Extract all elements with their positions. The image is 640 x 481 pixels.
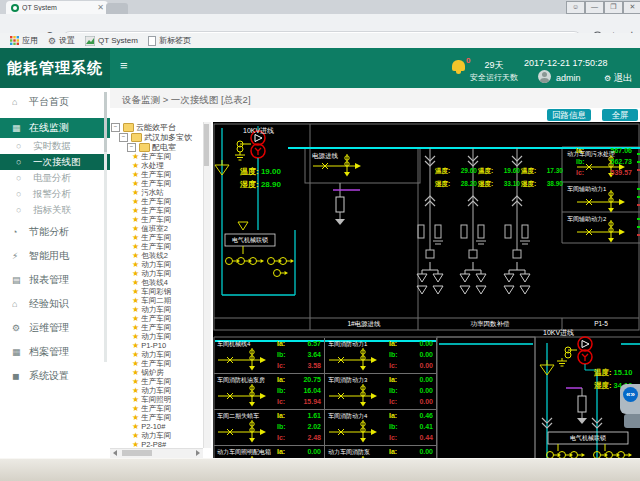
star-icon: ★ <box>132 359 139 368</box>
scroll-right-arrow[interactable] <box>196 450 200 456</box>
bookmark-apps[interactable]: 应用 <box>10 35 38 46</box>
sidebar-item[interactable]: ○ 一次接线图 <box>0 154 110 170</box>
logout-button[interactable]: ⚙ 退出 <box>604 72 632 85</box>
bookmark-qt-system[interactable]: QT System <box>85 36 138 46</box>
app-title: 能耗管理系统 <box>0 48 110 88</box>
star-icon: ★ <box>132 215 139 224</box>
sidebar-item[interactable]: ◼ 系统设置 <box>0 366 110 386</box>
star-icon: ★ <box>132 404 139 413</box>
star-icon: ★ <box>132 224 139 233</box>
tree-vertical-scrollbar-thumb[interactable] <box>204 124 209 166</box>
tree-expander-icon[interactable]: − <box>119 133 128 142</box>
star-icon: ★ <box>132 377 139 386</box>
toolbar-row: 回路信息 全屏 <box>110 108 640 122</box>
bookmarks-bar: 应用 ⚙ 设置 QT System 新标签页 <box>0 33 640 49</box>
sidebar-item-icon: ○ <box>16 189 33 199</box>
sidebar-item[interactable]: ○ 指标关联 <box>0 202 110 218</box>
sidebar-item[interactable]: ⌂ 经验知识 <box>0 294 110 314</box>
bookmark-label: 设置 <box>59 35 75 46</box>
sidebar-item-label: 在线监测 <box>29 121 69 135</box>
sidebar-item[interactable]: ⚙ 运维管理 <box>0 318 110 338</box>
sidebar-item-label: 系统设置 <box>29 369 69 383</box>
scada-diagram <box>213 122 640 462</box>
sidebar-item[interactable]: ▦ 在线监测 <box>0 118 110 138</box>
star-icon: ★ <box>132 368 139 377</box>
logout-label: 退出 <box>613 72 632 83</box>
sidebar-item[interactable]: ○ 电量分析 <box>0 170 110 186</box>
sidebar-item[interactable]: ▤ 报表管理 <box>0 270 110 290</box>
tree-leaf-label: 生产车间 <box>141 413 171 423</box>
sidebar-item[interactable]: ◔ 节能分析 <box>0 222 110 242</box>
tree-folder-row[interactable]: − 配电室 <box>110 142 213 152</box>
window-restore-button[interactable]: ❐ <box>604 1 623 14</box>
star-icon: ★ <box>132 242 139 251</box>
remote-widget-tab[interactable] <box>624 414 640 428</box>
star-icon: ★ <box>132 287 139 296</box>
sidebar-item[interactable]: ○ 实时数据 <box>0 138 110 154</box>
sidebar-item[interactable]: ▦ 档案管理 <box>0 342 110 362</box>
sidebar-scrollbar-thumb[interactable] <box>104 92 107 152</box>
bookmark-new-tab[interactable]: 新标签页 <box>148 35 191 46</box>
bookmark-settings[interactable]: ⚙ 设置 <box>48 35 75 46</box>
sidebar-item[interactable]: ○ 报警分析 <box>0 186 110 202</box>
tree-leaf-label: 动力车间 <box>141 431 171 441</box>
new-tab-button[interactable] <box>106 3 128 14</box>
tree-expander-icon[interactable]: − <box>127 143 136 152</box>
sidebar-item-icon: ⌂ <box>12 299 29 309</box>
sidebar-item-label: 实时数据 <box>33 140 71 153</box>
fullscreen-button[interactable]: 全屏 <box>602 109 638 121</box>
page-icon <box>148 36 156 46</box>
profile-button[interactable]: ☺ <box>566 1 585 14</box>
browser-tab[interactable]: QT System ✕ <box>6 1 108 14</box>
safe-days-label: 安全运行天数 <box>464 72 524 83</box>
safe-days-value: 29天 <box>474 59 514 72</box>
star-icon: ★ <box>132 413 139 422</box>
star-icon: ★ <box>132 260 139 269</box>
sidebar-item-label: 一次接线图 <box>33 156 81 169</box>
browser-toolbar: ← → C i localhost:8080/xqc/backstage/ind… <box>0 14 640 33</box>
device-tree-panel: − 云能效平台 − 武汉加多宝饮 − 配电室 ★ 生产车间 ★ 水处理 ★ 生产… <box>110 122 213 458</box>
sidebar-item-label: 经验知识 <box>29 297 69 311</box>
window-minimize-button[interactable]: — <box>585 1 604 14</box>
username[interactable]: admin <box>556 73 581 83</box>
star-icon: ★ <box>132 269 139 278</box>
folder-icon <box>139 143 150 152</box>
star-icon: ★ <box>132 296 139 305</box>
tree-folder-row[interactable]: − 武汉加多宝饮 <box>110 132 213 142</box>
sidebar-item-label: 电量分析 <box>33 172 71 185</box>
sidebar-item-icon: ⌂ <box>12 97 29 107</box>
sidebar-item-icon: ○ <box>16 157 33 167</box>
sidebar-item-label: 平台首页 <box>29 95 69 109</box>
qt-favicon-icon <box>85 36 95 46</box>
bell-icon[interactable] <box>452 60 465 71</box>
sidebar-item-icon: ◔ <box>12 227 29 237</box>
tab-close-icon[interactable]: ✕ <box>96 3 105 12</box>
scroll-left-arrow[interactable] <box>113 450 117 456</box>
star-icon: ★ <box>132 305 139 314</box>
tree-folder-row[interactable]: − 云能效平台 <box>110 122 213 132</box>
tree-leaf-row[interactable]: ★ 动力车间 <box>110 332 213 341</box>
star-icon: ★ <box>132 161 139 170</box>
star-icon: ★ <box>132 152 139 161</box>
sidebar-item[interactable]: ⚡ 智能用电 <box>0 246 110 266</box>
window-close-button[interactable]: ✕ <box>623 1 640 14</box>
star-icon: ★ <box>132 323 139 332</box>
tree-leaf-row[interactable]: ★ 动力车间 <box>110 431 213 440</box>
avatar[interactable] <box>538 70 551 83</box>
gear-icon: ⚙ <box>604 74 613 83</box>
sidebar-item-label: 节能分析 <box>29 225 69 239</box>
sidebar-item-label: 报警分析 <box>33 188 71 201</box>
taskbar: 开始 CH 17:50 <box>0 458 640 481</box>
tree-vertical-scrollbar[interactable] <box>203 122 211 448</box>
circuit-info-button[interactable]: 回路信息 <box>547 109 591 121</box>
star-icon: ★ <box>132 332 139 341</box>
gear-icon: ⚙ <box>48 36 56 46</box>
tree-horizontal-scrollbar-thumb[interactable] <box>122 450 152 456</box>
remote-widget-icon[interactable]: «» <box>623 387 638 402</box>
bell-badge: 0 <box>466 56 470 65</box>
menu-toggle-icon[interactable]: ≡ <box>120 58 128 73</box>
tree-expander-icon[interactable]: − <box>111 123 120 132</box>
bookmark-label: 新标签页 <box>159 35 191 46</box>
sidebar-item[interactable]: ⌂ 平台首页 <box>0 92 110 112</box>
tree-leaf-row[interactable]: ★ 生产车间 <box>110 413 213 422</box>
